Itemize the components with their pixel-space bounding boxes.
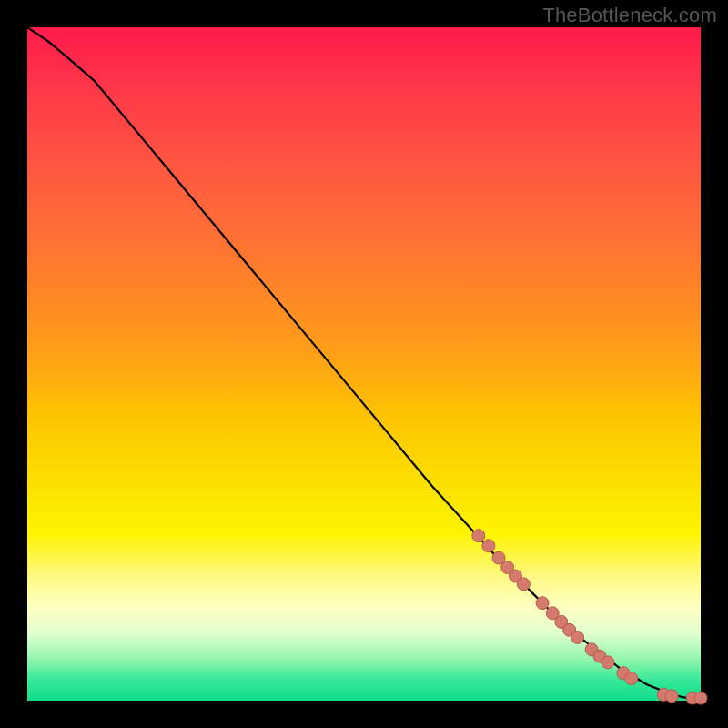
data-point bbox=[482, 540, 495, 552]
data-point bbox=[602, 656, 614, 669]
bottleneck-curve bbox=[27, 27, 701, 698]
plot-area bbox=[27, 27, 701, 701]
data-point bbox=[472, 530, 485, 542]
data-points-group bbox=[472, 530, 707, 704]
data-point bbox=[665, 690, 678, 703]
data-point bbox=[625, 672, 638, 685]
data-point bbox=[517, 578, 530, 591]
chart-frame: TheBottleneck.com bbox=[0, 0, 728, 728]
watermark-label: TheBottleneck.com bbox=[542, 4, 717, 27]
data-point bbox=[571, 631, 584, 643]
chart-svg bbox=[27, 27, 701, 701]
data-point bbox=[694, 692, 707, 704]
data-point bbox=[536, 597, 549, 610]
